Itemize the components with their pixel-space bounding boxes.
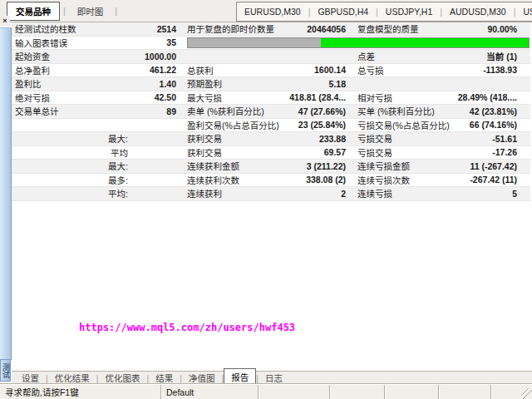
report-table: 经测试过的柱数 2514 用于复盘的即时价数量 20464056 复盘模型的质量…	[12, 22, 530, 201]
status-section	[330, 385, 384, 399]
row-label-3: 复盘模型的质量	[357, 22, 419, 35]
table-row: 输入图表错误 35	[12, 37, 530, 51]
row-label-2: 获利交易	[187, 132, 222, 145]
row-label-2: 总获利	[187, 64, 214, 76]
chart-tab-us[interactable]: US	[515, 7, 532, 17]
table-row: 最多: 连续获利次数 338.08 (2) 连续亏损次数 -267.42 (11…	[12, 174, 530, 188]
table-row: 盈利比 1.40 预期盈利 5.18	[12, 77, 530, 91]
row-label-1: 起始资金	[12, 50, 133, 62]
row-value-3: -17.26	[492, 147, 517, 157]
row-value-1: 1.40	[133, 79, 176, 89]
status-section	[439, 385, 490, 399]
table-row: 盈利交易(%占总百分比) 23 (25.84%) 亏损交易(%占总百分比) 66…	[12, 119, 530, 133]
row-value-2: 5.18	[329, 79, 346, 89]
table-row: 最大: 连续获利金额 3 (211.22) 连续亏损金额 11 (-267.42…	[12, 160, 530, 174]
row-value-3: 66 (74.16%)	[470, 120, 517, 130]
tab-report[interactable]: 报告	[224, 368, 256, 386]
row-value-2: 3 (211.22)	[307, 161, 346, 171]
table-row: 绝对亏损 42.50 最大亏损 418.81 (28.4... 相对亏损 28.…	[12, 91, 530, 106]
table-row: 起始资金 1000.00 点差 当前 (1)	[12, 50, 530, 64]
row-label-2: 预期盈利	[187, 77, 222, 90]
status-section	[259, 385, 329, 399]
table-row: 平均 获利交易 69.57 亏损交易 -17.26	[12, 146, 530, 160]
row-label-2: 卖单 (%获利百分比)	[187, 105, 264, 117]
row-label-2: 盈利交易(%占总百分比)	[187, 119, 279, 131]
row-label-2: 连续获利	[187, 187, 222, 200]
row-label-3: 亏损交易	[357, 132, 392, 145]
row-label-1: 总净盈利	[12, 64, 133, 76]
row-value-3: 11 (-267.42)	[470, 161, 517, 171]
row-label-3: 买单 (%获利百分比)	[357, 105, 435, 117]
tab-graph[interactable]: 净值图	[182, 371, 222, 385]
table-row: 平均: 连续获利 2 连续亏损 5	[12, 187, 530, 201]
row-value-1: 2514	[133, 24, 176, 34]
tab-tick-chart[interactable]: 即时图	[69, 2, 112, 20]
chart-symbol-tab-strip: EURUSD,M30|GBPUSD,H4|USDJPY,H1|AUDUSD,M3…	[236, 2, 532, 22]
status-help-text: 寻求帮助,请按F1键	[0, 385, 160, 399]
row-value-3: -51.61	[492, 134, 517, 144]
row-value-1: 89	[133, 106, 176, 116]
mql5-user-link[interactable]: https://www.mql5.com/zh/users/hwf453	[79, 322, 295, 333]
row-value-2: 418.81 (28.4...	[289, 92, 346, 102]
tab-settings[interactable]: 设置	[15, 371, 46, 385]
tab-results[interactable]: 结果	[149, 371, 180, 385]
chart-tab-gbpusd-h4[interactable]: GBPUSD,H4	[310, 7, 376, 17]
status-profile: Default	[161, 385, 258, 399]
row-label-1: 交易单总计	[12, 105, 133, 117]
table-row: 最大: 获利交易 233.88 亏损交易 -51.61	[12, 132, 530, 146]
row-value-2: 338.08 (2)	[306, 175, 346, 185]
tab-separator: |	[115, 6, 117, 16]
row-label-2: 用于复盘的即时价数量	[187, 22, 274, 35]
table-row: 总净盈利 461.22 总获利 1600.14 总亏损 -1138.93	[12, 64, 530, 78]
row-value-3: 28.49% (418....	[458, 92, 517, 102]
status-bar: 寻求帮助,请按F1键 Default	[0, 384, 532, 399]
row-label-1: 经测试过的柱数	[12, 22, 133, 35]
row-value-3: 当前 (1)	[486, 50, 517, 62]
row-value-1: 1000.00	[133, 52, 176, 62]
row-value-2: 233.88	[319, 134, 346, 144]
row-label-3: 连续亏损	[357, 187, 392, 200]
row-label-1: 最大:	[12, 132, 133, 145]
resize-grip[interactable]	[521, 388, 532, 399]
tab-separator: |	[63, 6, 66, 16]
row-value-3: 90.00%	[487, 24, 517, 34]
row-label-1: 输入图表错误	[12, 37, 133, 49]
row-label-2: 连续获利金额	[187, 160, 239, 172]
tab-optimization-graph[interactable]: 优化图表	[98, 371, 146, 385]
collapsed-panel-strip[interactable]	[0, 27, 12, 360]
tab-symbols[interactable]: 交易品种	[7, 2, 60, 21]
chart-tab-eurusd-m30[interactable]: EURUSD,M30	[237, 7, 308, 17]
row-label-2: 连续获利次数	[187, 174, 239, 186]
row-label-1: 最大:	[12, 160, 133, 172]
status-section	[385, 385, 438, 399]
quality-bar-gray-segment	[188, 38, 321, 47]
tab-journal[interactable]: 日志	[259, 371, 289, 385]
row-label-2: 最大亏损	[187, 91, 222, 104]
row-value-1: 461.22	[133, 65, 176, 75]
tester-view-tabs: 交易品种|即时图|	[0, 2, 119, 21]
row-value-2: 20464056	[307, 24, 346, 34]
chart-tab-audusd-m30[interactable]: AUDUSD,M30	[442, 7, 514, 17]
top-tab-bar: 交易品种|即时图| EURUSD,M30|GBPUSD,H4|USDJPY,H1…	[0, 0, 532, 22]
row-value-3: 42 (23.81%)	[470, 106, 517, 116]
row-label-1: 平均:	[12, 187, 133, 200]
row-value-3: 5	[512, 189, 517, 199]
row-label-3: 亏损交易(%占总百分比)	[357, 119, 450, 131]
tab-optimization-results[interactable]: 优化结果	[48, 371, 96, 385]
modelling-quality-bar	[187, 37, 530, 48]
table-row: 交易单总计 89 卖单 (%获利百分比) 47 (27.66%) 买单 (%获利…	[12, 105, 530, 119]
row-value-2: 69.57	[324, 147, 346, 157]
close-panel-button[interactable]: ×	[0, 16, 10, 27]
chart-tab-usdjpy-h1[interactable]: USDJPY,H1	[378, 7, 440, 17]
row-value-2: 47 (27.66%)	[298, 106, 346, 116]
quality-bar-green-segment	[321, 38, 529, 47]
tester-vertical-tab[interactable]: 测试	[0, 359, 11, 382]
row-value-2: 23 (25.84%)	[298, 120, 346, 130]
row-label-1: 盈利比	[12, 77, 133, 90]
table-row: 经测试过的柱数 2514 用于复盘的即时价数量 20464056 复盘模型的质量…	[12, 22, 530, 37]
tester-bottom-tabs: 设置|优化结果|优化图表|结果|净值图|报告|日志	[12, 371, 532, 384]
row-value-3: -267.42 (11)	[470, 175, 517, 185]
row-value-1: 42.50	[133, 92, 176, 102]
row-label-1: 最多:	[12, 174, 133, 186]
row-label-2: 获利交易	[187, 146, 222, 159]
